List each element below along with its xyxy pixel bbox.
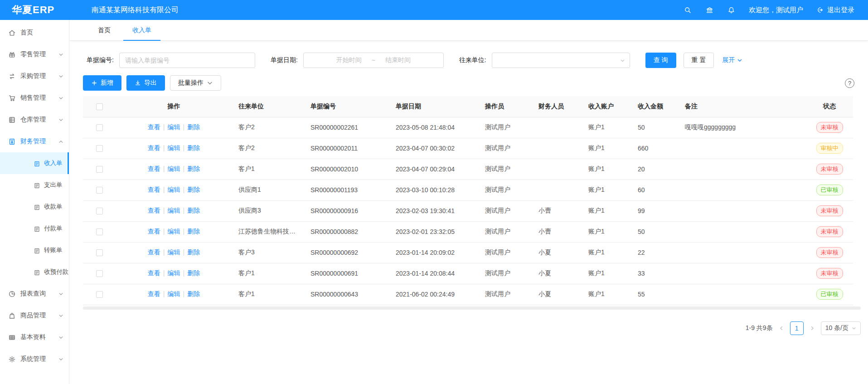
cell-remark	[679, 242, 806, 263]
search-icon[interactable]	[684, 6, 692, 14]
sidebar-item-transfer-bill[interactable]: 转账单	[0, 239, 69, 261]
link-separator: |	[163, 123, 165, 131]
delete-link[interactable]: 删除	[187, 269, 200, 277]
purchase-icon	[8, 73, 16, 80]
view-link[interactable]: 查看	[148, 165, 160, 172]
view-link[interactable]: 查看	[148, 207, 160, 214]
add-button[interactable]: 新增	[83, 75, 121, 91]
reset-button[interactable]: 重 置	[684, 53, 714, 68]
edit-link[interactable]: 编辑	[168, 186, 180, 193]
sidebar-item-label: 收预付款	[44, 268, 68, 276]
edit-link[interactable]: 编辑	[168, 207, 180, 214]
select-all-checkbox[interactable]	[96, 103, 103, 110]
export-button[interactable]: 导出	[126, 75, 165, 91]
batch-actions-dropdown[interactable]: 批量操作	[170, 75, 221, 91]
chevron-down-icon	[620, 58, 625, 63]
logout-button[interactable]: 退出登录	[817, 6, 854, 15]
sidebar-item-payment-bill[interactable]: 付款单	[0, 218, 69, 239]
cell-operator: 测试用户	[479, 138, 532, 159]
delete-link[interactable]: 删除	[187, 290, 200, 297]
view-link[interactable]: 查看	[148, 123, 160, 131]
sidebar-item-retail[interactable]: 零售管理	[0, 44, 69, 65]
cell-bill-date: 2023-01-14 20:08:44	[389, 263, 479, 284]
row-checkbox[interactable]	[96, 187, 103, 194]
view-link[interactable]: 查看	[148, 269, 160, 277]
view-link[interactable]: 查看	[148, 144, 160, 151]
sidebar-item-goods[interactable]: 商品管理	[0, 305, 69, 326]
row-checkbox[interactable]	[96, 291, 103, 298]
tab-home[interactable]: 首页	[89, 20, 120, 41]
sidebar-item-report[interactable]: 报表查询	[0, 283, 69, 305]
sidebar-item-warehouse[interactable]: 仓库管理	[0, 109, 69, 131]
sidebar-item-income-bill[interactable]: 收入单	[0, 152, 69, 174]
tab-income-bill[interactable]: 收入单	[123, 20, 160, 41]
view-link[interactable]: 查看	[148, 186, 160, 193]
edit-link[interactable]: 编辑	[168, 165, 180, 172]
bill-date-label: 单据日期:	[271, 56, 298, 64]
row-checkbox[interactable]	[96, 208, 103, 214]
sidebar-item-system[interactable]: 系统管理	[0, 348, 69, 370]
edit-link[interactable]: 编辑	[168, 248, 180, 256]
delete-link[interactable]: 删除	[187, 207, 200, 214]
sidebar-item-basic[interactable]: 基本资料	[0, 326, 69, 348]
view-link[interactable]: 查看	[148, 228, 160, 235]
cell-remark	[679, 200, 806, 221]
row-checkbox[interactable]	[96, 166, 103, 173]
cell-operator: 测试用户	[479, 221, 532, 242]
delete-link[interactable]: 删除	[187, 144, 200, 151]
cell-bill-no: SR00000001193	[304, 180, 389, 200]
row-checkbox[interactable]	[96, 270, 103, 277]
partner-select[interactable]	[492, 53, 630, 68]
row-checkbox[interactable]	[96, 228, 103, 235]
income-bill-table: 操作往来单位单据编号单据日期操作员财务人员收入账户收入金额备注状态 查看|编辑|…	[83, 96, 853, 305]
delete-link[interactable]: 删除	[187, 228, 200, 235]
delete-link[interactable]: 删除	[187, 186, 200, 193]
sidebar-item-receipt-bill[interactable]: 收款单	[0, 196, 69, 218]
delete-link[interactable]: 删除	[187, 248, 200, 256]
sidebar-item-purchase[interactable]: 采购管理	[0, 65, 69, 87]
row-checkbox[interactable]	[96, 145, 103, 152]
report-icon	[8, 290, 16, 298]
view-link[interactable]: 查看	[148, 248, 160, 256]
row-checkbox[interactable]	[96, 249, 103, 256]
chevron-left-icon[interactable]	[779, 326, 784, 331]
sidebar-item-expense-bill[interactable]: 支出单	[0, 174, 69, 196]
delete-link[interactable]: 删除	[187, 165, 200, 172]
bank-icon[interactable]	[705, 6, 713, 14]
chevron-right-icon[interactable]	[810, 326, 815, 331]
column-header-select	[83, 96, 116, 117]
search-button[interactable]: 查 询	[645, 53, 676, 68]
sidebar-item-label: 系统管理	[20, 355, 46, 363]
edit-link[interactable]: 编辑	[168, 290, 180, 297]
edit-link[interactable]: 编辑	[168, 228, 180, 235]
cell-account: 账户1	[582, 263, 631, 284]
bell-icon[interactable]	[727, 6, 735, 14]
cell-finance	[532, 180, 582, 200]
sidebar-item-advance-receipt[interactable]: 收预付款	[0, 261, 69, 283]
horizontal-scrollbar[interactable]	[83, 306, 861, 310]
sidebar-item-label: 报表查询	[20, 290, 46, 298]
view-link[interactable]: 查看	[148, 290, 160, 297]
bill-no-input[interactable]	[119, 53, 255, 68]
sidebar-item-sale[interactable]: 销售管理	[0, 87, 69, 109]
cell-finance: 小夏	[532, 263, 582, 284]
delete-link[interactable]: 删除	[187, 123, 200, 131]
row-checkbox[interactable]	[96, 124, 103, 131]
expand-link[interactable]: 展开	[722, 56, 742, 64]
help-icon[interactable]: ?	[845, 78, 854, 88]
page-number-button[interactable]: 1	[790, 321, 804, 335]
plus-icon	[91, 80, 97, 86]
edit-link[interactable]: 编辑	[168, 144, 180, 151]
sidebar-item-home[interactable]: 首页	[0, 22, 69, 44]
page-size-select[interactable]: 10 条/页	[821, 321, 861, 335]
table-header-row: 操作往来单位单据编号单据日期操作员财务人员收入账户收入金额备注状态	[83, 96, 853, 117]
sidebar-item-finance[interactable]: 财务管理	[0, 131, 69, 152]
date-range-picker[interactable]: 开始时间 ~ 结束时间	[303, 53, 444, 68]
cell-account: 账户1	[582, 284, 631, 305]
chevron-up-icon	[58, 139, 63, 144]
edit-link[interactable]: 编辑	[168, 123, 180, 131]
cell-bill-date: 2023-02-01 23:32:05	[389, 221, 479, 242]
edit-link[interactable]: 编辑	[168, 269, 180, 277]
cell-remark	[679, 180, 806, 200]
cell-account: 账户1	[582, 159, 631, 180]
